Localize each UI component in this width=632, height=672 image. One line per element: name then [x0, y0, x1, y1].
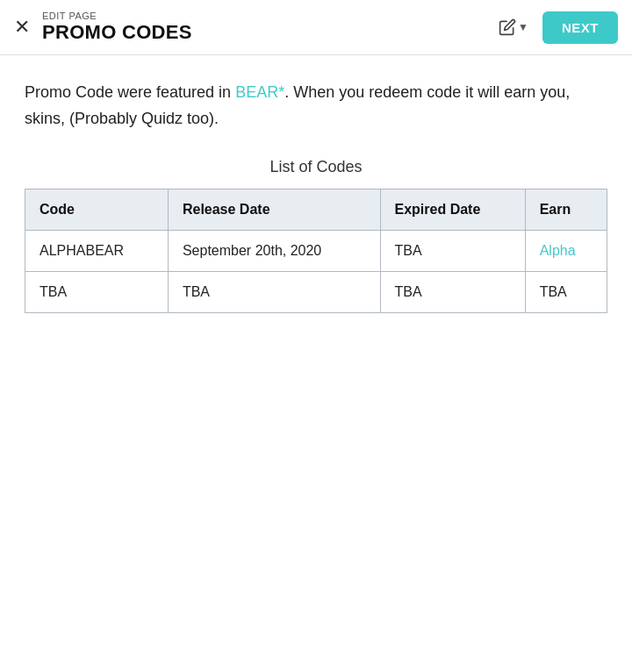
col-header-code: Code — [25, 189, 169, 231]
cell-code: ALPHABEAR — [25, 231, 169, 272]
cell-earn: TBA — [525, 272, 607, 313]
header-actions: ▼ NEXT — [492, 11, 618, 44]
table-row: TBATBATBATBA — [25, 272, 607, 313]
edit-icon-button[interactable]: ▼ — [492, 13, 535, 41]
col-header-expired-date: Expired Date — [380, 189, 525, 231]
table-heading: List of Codes — [25, 158, 607, 176]
cell-expired-date: TBA — [380, 231, 525, 272]
table-row: ALPHABEARSeptember 20th, 2020TBAAlpha — [25, 231, 607, 272]
intro-text-before: Promo Code were featured in — [25, 83, 235, 101]
bear-highlight: BEAR* — [235, 83, 284, 101]
edit-label: EDIT PAGE — [42, 11, 492, 21]
cell-code: TBA — [25, 272, 169, 313]
cell-earn: Alpha — [525, 231, 607, 272]
cell-release-date: TBA — [168, 272, 380, 313]
promo-codes-table: Code Release Date Expired Date Earn ALPH… — [25, 189, 607, 313]
pencil-icon — [499, 18, 516, 36]
table-header: Code Release Date Expired Date Earn — [25, 189, 607, 231]
chevron-down-icon: ▼ — [518, 21, 528, 33]
close-button[interactable]: ✕ — [14, 16, 30, 39]
intro-paragraph: Promo Code were featured in BEAR*. When … — [25, 80, 607, 132]
content-area: Promo Code were featured in BEAR*. When … — [0, 55, 632, 334]
earn-value: Alpha — [540, 243, 576, 258]
col-header-earn: Earn — [525, 189, 607, 231]
next-button[interactable]: NEXT — [542, 11, 618, 44]
col-header-release-date: Release Date — [168, 189, 380, 231]
table-header-row: Code Release Date Expired Date Earn — [25, 189, 607, 231]
cell-release-date: September 20th, 2020 — [168, 231, 380, 272]
table-body: ALPHABEARSeptember 20th, 2020TBAAlphaTBA… — [25, 231, 607, 313]
page-title: PROMO CODES — [42, 21, 492, 44]
header-titles: EDIT PAGE PROMO CODES — [42, 11, 492, 44]
header: ✕ EDIT PAGE PROMO CODES ▼ NEXT — [0, 0, 632, 55]
cell-expired-date: TBA — [380, 272, 525, 313]
